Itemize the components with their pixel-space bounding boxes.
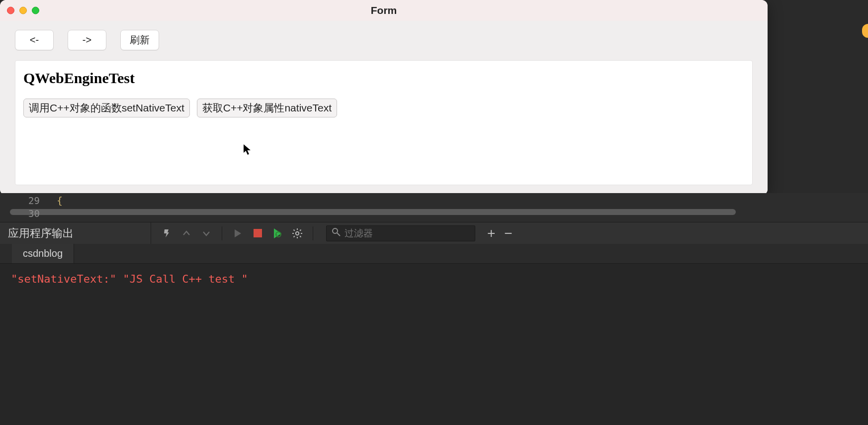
- pin-icon[interactable]: [160, 227, 173, 240]
- output-toolbar: + −: [151, 225, 513, 241]
- gear-icon[interactable]: [291, 227, 304, 240]
- svg-line-14: [337, 233, 340, 236]
- nav-row: <- -> 刷新: [15, 30, 753, 50]
- call-set-native-text-button[interactable]: 调用C++对象的函数setNativeText: [23, 99, 190, 117]
- svg-point-13: [333, 228, 338, 233]
- zoom-controls: + −: [487, 225, 513, 241]
- application-output-panel: 应用程序输出: [0, 222, 868, 425]
- play-icon[interactable]: [231, 227, 244, 240]
- get-native-text-button[interactable]: 获取C++对象属性nativeText: [197, 99, 337, 117]
- filter-input-wrap[interactable]: [326, 225, 475, 241]
- svg-line-11: [294, 236, 295, 237]
- output-tab-csdnblog[interactable]: csdnblog: [12, 244, 74, 263]
- titlebar: Form: [0, 0, 768, 21]
- stop-icon[interactable]: [251, 227, 264, 240]
- plus-icon[interactable]: +: [487, 225, 495, 241]
- svg-line-9: [294, 229, 295, 230]
- window-title: Form: [371, 4, 397, 16]
- output-content: "setNativeText:" "JS Call C++ test ": [0, 264, 868, 425]
- svg-point-4: [296, 231, 299, 234]
- separator: [313, 226, 313, 240]
- editor-line: 30: [0, 206, 868, 221]
- forward-button[interactable]: ->: [68, 30, 106, 50]
- overlay-pill-icon: [862, 24, 868, 38]
- run-debug-icon[interactable]: [271, 227, 284, 240]
- chevron-down-icon[interactable]: [200, 227, 213, 240]
- window-controls: [7, 7, 39, 14]
- svg-line-12: [300, 229, 301, 230]
- form-window: Form <- -> 刷新 QWebEngineTest 调用C++对象的函数s…: [0, 0, 768, 195]
- svg-line-10: [300, 236, 301, 237]
- maximize-icon[interactable]: [32, 7, 39, 14]
- output-title: 应用程序输出: [0, 222, 151, 244]
- filter-input[interactable]: [345, 228, 470, 239]
- page-heading: QWebEngineTest: [23, 70, 744, 87]
- separator: [222, 226, 222, 240]
- output-header: 应用程序输出: [0, 222, 868, 244]
- search-icon: [332, 227, 341, 239]
- page-button-row: 调用C++对象的函数setNativeText 获取C++对象属性nativeT…: [23, 99, 744, 117]
- output-tabs: csdnblog: [0, 244, 868, 264]
- chevron-up-icon[interactable]: [180, 227, 193, 240]
- editor-text: {: [47, 195, 63, 207]
- refresh-button[interactable]: 刷新: [120, 30, 159, 50]
- line-number: 29: [0, 195, 47, 206]
- back-button[interactable]: <-: [15, 30, 54, 50]
- line-number: 30: [0, 208, 47, 219]
- form-body: <- -> 刷新 QWebEngineTest 调用C++对象的函数setNat…: [0, 21, 768, 195]
- minus-icon[interactable]: −: [504, 225, 512, 241]
- close-icon[interactable]: [7, 7, 14, 14]
- editor-region: 29 { 30: [0, 193, 868, 223]
- minimize-icon[interactable]: [19, 7, 27, 14]
- web-view: QWebEngineTest 调用C++对象的函数setNativeText 获…: [15, 60, 753, 185]
